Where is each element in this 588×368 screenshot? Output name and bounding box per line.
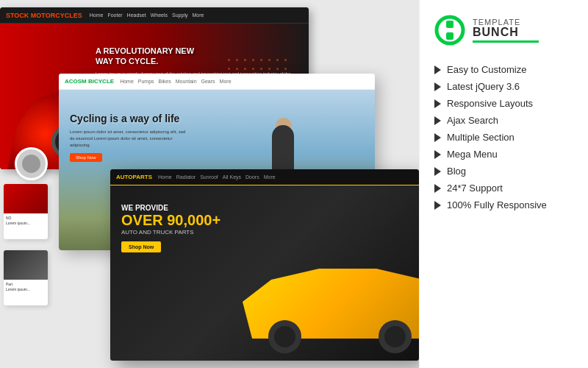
screen3-logo: AUTOPARTS — [116, 174, 152, 180]
feature-item-jquery: Latest jQuery 3.6 — [434, 81, 577, 92]
logo-bunch-word: BUNch — [473, 26, 539, 38]
car-shape — [228, 236, 419, 361]
feature-arrow-customize — [434, 66, 441, 74]
screen3-headline: OVER 90,000+ — [121, 212, 220, 229]
screen2-headline: Cycling is a way of life — [70, 112, 187, 125]
feature-label-jquery: Latest jQuery 3.6 — [447, 81, 520, 92]
product-image-1 — [4, 184, 48, 213]
screen2-header: ACOSM BICYCLE Home Pumps Bikes Mountain … — [59, 74, 375, 90]
feature-item-mega: Mega Menu — [434, 149, 577, 160]
feature-label-mega: Mega Menu — [447, 149, 498, 160]
feature-item-blog: Blog — [434, 166, 577, 177]
screen3-cta[interactable]: Shop Now — [121, 241, 161, 252]
screen2-logo: ACOSM BICYCLE — [65, 78, 114, 85]
screen2-description: Lorem ipsum dolor sit amet, consectetur … — [70, 129, 187, 149]
feature-list: Easy to CustomizeLatest jQuery 3.6Respon… — [434, 64, 577, 210]
screen2-text-block: Cycling is a way of life Lorem ipsum dol… — [70, 112, 187, 162]
logo-area: template BUNch — [434, 15, 577, 46]
feature-label-customize: Easy to Customize — [447, 64, 526, 75]
feature-arrow-multiple — [434, 133, 441, 142]
product-image-2 — [4, 250, 48, 280]
feature-label-responsive: Responsive Layouts — [447, 98, 533, 109]
feature-arrow-jquery — [434, 82, 441, 91]
feature-item-multiple: Multiple Section — [434, 132, 577, 143]
screen2-nav: Home Pumps Bikes Mountain Gears More — [120, 79, 231, 84]
feature-arrow-responsive — [434, 99, 441, 108]
preview-panel: // Dots rendered by CSS grid in template… — [0, 0, 419, 368]
feature-label-blog: Blog — [447, 166, 466, 177]
svg-rect-1 — [446, 21, 453, 28]
avatar — [15, 147, 48, 180]
svg-rect-2 — [446, 32, 453, 40]
screen3-tagline: AUTO AND TRUCK PARTS — [121, 229, 220, 236]
feature-item-support: 24*7 Support — [434, 183, 577, 194]
feature-item-ajax: Ajax Search — [434, 115, 577, 126]
feature-label-support: 24*7 Support — [447, 183, 503, 194]
car-screenshot: AUTOPARTS Home Radiator Sunroof All Keys… — [110, 169, 419, 361]
feature-label-multiple: Multiple Section — [447, 132, 514, 143]
product-card-1: NO Lorem ipsum... — [4, 184, 48, 239]
car-wheel-right — [268, 320, 301, 353]
feature-item-customize: Easy to Customize — [434, 64, 577, 75]
product-info-1: NO Lorem ipsum... — [4, 213, 48, 227]
screen3-nav: Home Radiator Sunroof All Keys Doors Mor… — [158, 174, 276, 180]
feature-arrow-blog — [434, 167, 441, 176]
feature-arrow-support — [434, 184, 441, 193]
feature-label-fully: 100% Fully Responsive — [447, 199, 547, 210]
screen1-nav: Home Footer Headset Wheels Supply More — [90, 13, 204, 18]
product-info-2: Part Lorem ipsum... — [4, 280, 48, 294]
feature-item-fully: 100% Fully Responsive — [434, 199, 577, 210]
screen3-body: WE PROVIDE OVER 90,000+ AUTO AND TRUCK P… — [110, 185, 419, 361]
avatar-icon — [22, 155, 40, 173]
logo-underline — [473, 40, 539, 43]
feature-item-responsive: Responsive Layouts — [434, 98, 577, 109]
feature-label-ajax: Ajax Search — [447, 115, 498, 126]
car-wheel-left — [379, 320, 412, 353]
screen3-text-block: WE PROVIDE OVER 90,000+ AUTO AND TRUCK P… — [121, 204, 220, 252]
feature-arrow-ajax — [434, 116, 441, 125]
screen1-header: STOCK MOTORCYCLES Home Footer Headset Wh… — [0, 7, 309, 24]
templatebunch-logo-icon — [434, 15, 465, 46]
screen2-cta[interactable]: Shop Now — [70, 153, 102, 162]
screen3-subheading: WE PROVIDE — [121, 204, 220, 212]
feature-arrow-mega — [434, 150, 441, 159]
logo-text: template BUNch — [473, 18, 539, 43]
features-panel: template BUNch Easy to CustomizeLatest j… — [419, 0, 588, 368]
cyclist-body — [272, 125, 294, 169]
screen3-header: AUTOPARTS Home Radiator Sunroof All Keys… — [110, 169, 419, 185]
product-card-2: Part Lorem ipsum... — [4, 250, 48, 305]
feature-arrow-fully — [434, 201, 441, 210]
screen1-logo: STOCK MOTORCYCLES — [6, 12, 82, 19]
